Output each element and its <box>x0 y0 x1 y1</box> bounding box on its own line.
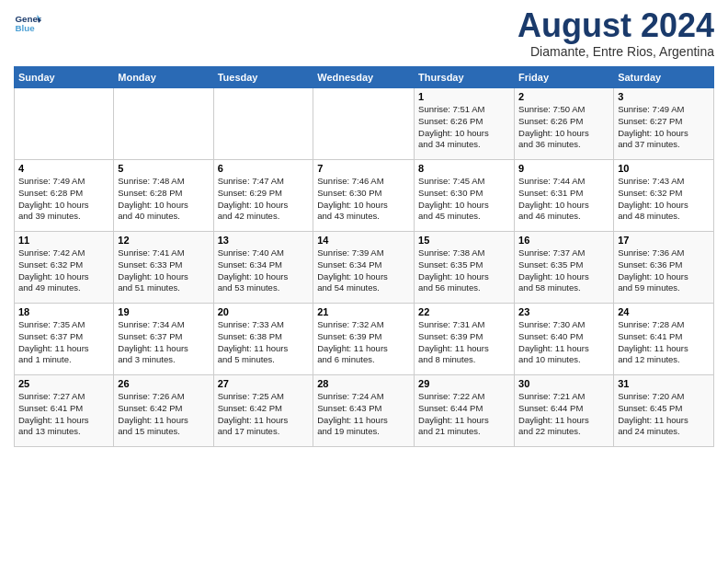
calendar-cell: 20Sunrise: 7:33 AMSunset: 6:38 PMDayligh… <box>213 304 313 375</box>
day-number: 10 <box>618 163 710 174</box>
day-number: 27 <box>218 378 310 389</box>
weekday-header-sunday: Sunday <box>15 67 114 88</box>
calendar-cell: 30Sunrise: 7:21 AMSunset: 6:44 PMDayligh… <box>515 375 614 447</box>
day-info: Sunrise: 7:48 AMSunset: 6:28 PMDaylight:… <box>118 176 209 223</box>
day-number: 19 <box>118 306 209 317</box>
day-info: Sunrise: 7:43 AMSunset: 6:32 PMDaylight:… <box>618 176 710 223</box>
calendar-cell: 25Sunrise: 7:27 AMSunset: 6:41 PMDayligh… <box>15 375 114 447</box>
calendar-cell: 12Sunrise: 7:41 AMSunset: 6:33 PMDayligh… <box>114 232 213 304</box>
day-info: Sunrise: 7:30 AMSunset: 6:40 PMDaylight:… <box>518 319 609 366</box>
day-number: 4 <box>18 163 109 174</box>
day-number: 1 <box>418 91 510 102</box>
day-number: 18 <box>18 306 109 317</box>
day-info: Sunrise: 7:26 AMSunset: 6:42 PMDaylight:… <box>118 391 209 438</box>
day-info: Sunrise: 7:31 AMSunset: 6:39 PMDaylight:… <box>418 319 510 366</box>
day-info: Sunrise: 7:33 AMSunset: 6:38 PMDaylight:… <box>218 319 310 366</box>
day-info: Sunrise: 7:41 AMSunset: 6:33 PMDaylight:… <box>118 247 209 294</box>
weekday-header-wednesday: Wednesday <box>313 67 415 88</box>
calendar-cell: 19Sunrise: 7:34 AMSunset: 6:37 PMDayligh… <box>114 304 213 375</box>
calendar-cell: 8Sunrise: 7:45 AMSunset: 6:30 PMDaylight… <box>415 160 515 232</box>
day-number: 17 <box>618 235 710 246</box>
calendar-cell: 3Sunrise: 7:49 AMSunset: 6:27 PMDaylight… <box>614 88 714 160</box>
day-info: Sunrise: 7:21 AMSunset: 6:44 PMDaylight:… <box>518 391 609 438</box>
day-number: 26 <box>118 378 209 389</box>
day-info: Sunrise: 7:28 AMSunset: 6:41 PMDaylight:… <box>618 319 710 366</box>
calendar-cell: 29Sunrise: 7:22 AMSunset: 6:44 PMDayligh… <box>415 375 515 447</box>
svg-text:General: General <box>16 14 42 24</box>
day-number: 20 <box>218 306 310 317</box>
calendar-cell: 31Sunrise: 7:20 AMSunset: 6:45 PMDayligh… <box>614 375 714 447</box>
day-info: Sunrise: 7:51 AMSunset: 6:26 PMDaylight:… <box>418 104 510 151</box>
day-number: 25 <box>18 378 109 389</box>
calendar-cell: 26Sunrise: 7:26 AMSunset: 6:42 PMDayligh… <box>114 375 213 447</box>
calendar-cell: 24Sunrise: 7:28 AMSunset: 6:41 PMDayligh… <box>614 304 714 375</box>
calendar-cell: 15Sunrise: 7:38 AMSunset: 6:35 PMDayligh… <box>415 232 515 304</box>
weekday-header-monday: Monday <box>114 67 213 88</box>
week-row-4: 18Sunrise: 7:35 AMSunset: 6:37 PMDayligh… <box>15 304 714 375</box>
day-info: Sunrise: 7:39 AMSunset: 6:34 PMDaylight:… <box>317 247 410 294</box>
day-info: Sunrise: 7:34 AMSunset: 6:37 PMDaylight:… <box>118 319 209 366</box>
calendar-cell: 22Sunrise: 7:31 AMSunset: 6:39 PMDayligh… <box>415 304 515 375</box>
calendar-cell: 4Sunrise: 7:49 AMSunset: 6:28 PMDaylight… <box>15 160 114 232</box>
day-number: 31 <box>618 378 710 389</box>
day-info: Sunrise: 7:36 AMSunset: 6:36 PMDaylight:… <box>618 247 710 294</box>
day-number: 7 <box>317 163 410 174</box>
calendar-cell: 16Sunrise: 7:37 AMSunset: 6:35 PMDayligh… <box>515 232 614 304</box>
calendar-cell: 23Sunrise: 7:30 AMSunset: 6:40 PMDayligh… <box>515 304 614 375</box>
day-number: 29 <box>418 378 510 389</box>
weekday-header-friday: Friday <box>515 67 614 88</box>
week-row-5: 25Sunrise: 7:27 AMSunset: 6:41 PMDayligh… <box>15 375 714 447</box>
day-info: Sunrise: 7:35 AMSunset: 6:37 PMDaylight:… <box>18 319 109 366</box>
day-info: Sunrise: 7:32 AMSunset: 6:39 PMDaylight:… <box>317 319 410 366</box>
day-info: Sunrise: 7:46 AMSunset: 6:30 PMDaylight:… <box>317 176 410 223</box>
calendar-cell: 28Sunrise: 7:24 AMSunset: 6:43 PMDayligh… <box>313 375 415 447</box>
day-info: Sunrise: 7:49 AMSunset: 6:28 PMDaylight:… <box>18 176 109 223</box>
header: General Blue August 2024 Diamante, Entre… <box>14 9 714 59</box>
day-number: 22 <box>418 306 510 317</box>
calendar-cell: 21Sunrise: 7:32 AMSunset: 6:39 PMDayligh… <box>313 304 415 375</box>
day-info: Sunrise: 7:37 AMSunset: 6:35 PMDaylight:… <box>518 247 609 294</box>
day-info: Sunrise: 7:49 AMSunset: 6:27 PMDaylight:… <box>618 104 710 151</box>
calendar-cell <box>213 88 313 160</box>
day-info: Sunrise: 7:47 AMSunset: 6:29 PMDaylight:… <box>218 176 310 223</box>
calendar-cell: 18Sunrise: 7:35 AMSunset: 6:37 PMDayligh… <box>15 304 114 375</box>
day-info: Sunrise: 7:42 AMSunset: 6:32 PMDaylight:… <box>18 247 109 294</box>
month-title: August 2024 <box>518 9 714 42</box>
day-number: 21 <box>317 306 410 317</box>
day-number: 28 <box>317 378 410 389</box>
day-number: 14 <box>317 235 410 246</box>
week-row-2: 4Sunrise: 7:49 AMSunset: 6:28 PMDaylight… <box>15 160 714 232</box>
title-area: August 2024 Diamante, Entre Rios, Argent… <box>518 9 714 59</box>
calendar-cell: 6Sunrise: 7:47 AMSunset: 6:29 PMDaylight… <box>213 160 313 232</box>
calendar-cell: 2Sunrise: 7:50 AMSunset: 6:26 PMDaylight… <box>515 88 614 160</box>
calendar-cell: 17Sunrise: 7:36 AMSunset: 6:36 PMDayligh… <box>614 232 714 304</box>
weekday-header-row: SundayMondayTuesdayWednesdayThursdayFrid… <box>15 67 714 88</box>
calendar-cell: 1Sunrise: 7:51 AMSunset: 6:26 PMDaylight… <box>415 88 515 160</box>
calendar-cell: 10Sunrise: 7:43 AMSunset: 6:32 PMDayligh… <box>614 160 714 232</box>
day-info: Sunrise: 7:22 AMSunset: 6:44 PMDaylight:… <box>418 391 510 438</box>
calendar-cell: 13Sunrise: 7:40 AMSunset: 6:34 PMDayligh… <box>213 232 313 304</box>
calendar-cell <box>114 88 213 160</box>
day-number: 23 <box>518 306 609 317</box>
day-number: 9 <box>518 163 609 174</box>
logo: General Blue <box>14 9 41 37</box>
calendar-cell: 5Sunrise: 7:48 AMSunset: 6:28 PMDaylight… <box>114 160 213 232</box>
location-subtitle: Diamante, Entre Rios, Argentina <box>518 44 714 59</box>
day-info: Sunrise: 7:24 AMSunset: 6:43 PMDaylight:… <box>317 391 410 438</box>
calendar-cell <box>313 88 415 160</box>
day-number: 6 <box>218 163 310 174</box>
logo-icon: General Blue <box>14 9 41 37</box>
day-number: 2 <box>518 91 609 102</box>
week-row-3: 11Sunrise: 7:42 AMSunset: 6:32 PMDayligh… <box>15 232 714 304</box>
calendar-table: SundayMondayTuesdayWednesdayThursdayFrid… <box>14 66 714 447</box>
calendar-cell: 9Sunrise: 7:44 AMSunset: 6:31 PMDaylight… <box>515 160 614 232</box>
day-info: Sunrise: 7:25 AMSunset: 6:42 PMDaylight:… <box>218 391 310 438</box>
calendar-cell: 7Sunrise: 7:46 AMSunset: 6:30 PMDaylight… <box>313 160 415 232</box>
page-container: General Blue August 2024 Diamante, Entre… <box>0 0 728 456</box>
day-number: 13 <box>218 235 310 246</box>
day-info: Sunrise: 7:20 AMSunset: 6:45 PMDaylight:… <box>618 391 710 438</box>
weekday-header-tuesday: Tuesday <box>213 67 313 88</box>
day-number: 30 <box>518 378 609 389</box>
day-number: 8 <box>418 163 510 174</box>
calendar-cell: 27Sunrise: 7:25 AMSunset: 6:42 PMDayligh… <box>213 375 313 447</box>
